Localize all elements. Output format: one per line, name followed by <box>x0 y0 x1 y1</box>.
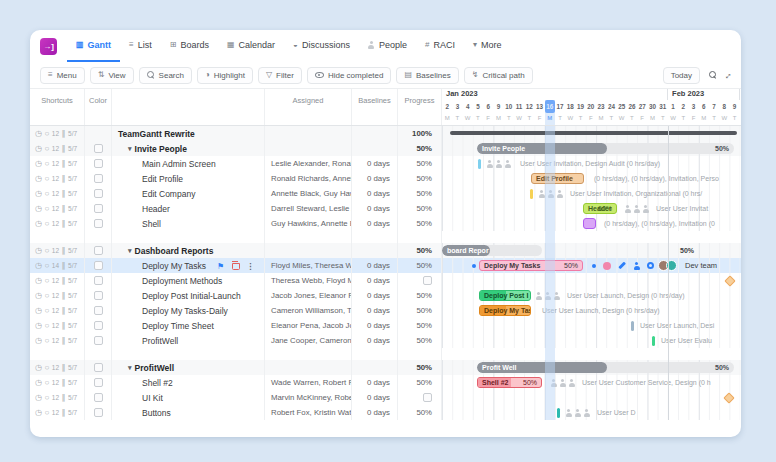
row-name[interactable]: Shell #2 <box>112 375 265 390</box>
progress-checkbox[interactable] <box>423 276 432 285</box>
gantt-group-bar[interactable]: board Repor <box>442 245 542 256</box>
today-button[interactable]: Today <box>663 67 700 84</box>
collapse-caret-icon[interactable]: ▾ <box>128 247 132 255</box>
row-name[interactable]: ▾Dashboard Reports <box>112 243 265 258</box>
milestone-diamond-icon[interactable] <box>724 275 735 286</box>
color-checkbox[interactable] <box>94 159 103 168</box>
color-checkbox[interactable] <box>94 363 103 372</box>
toolbar-hide-completed[interactable]: Hide completed <box>307 67 392 84</box>
toolbar-critical-path[interactable]: ↯Critical path <box>464 67 533 84</box>
gantt-group-bar[interactable]: Invite People50% <box>477 143 734 154</box>
row-name[interactable]: Deploy My Tasks⚑⋮ <box>112 258 265 273</box>
gantt-tick[interactable] <box>557 408 560 418</box>
gantt-bar[interactable]: Deploy My Task <box>479 305 531 316</box>
table-row[interactable]: ◷○14∥5/7Deploy My Tasks⚑⋮Floyd Miles, Th… <box>30 258 741 273</box>
nav-tab-list[interactable]: ≡List <box>120 30 161 62</box>
gantt-tick[interactable] <box>631 321 634 331</box>
row-name[interactable]: Edit Profile <box>112 171 265 186</box>
table-row[interactable]: ◷○12∥5/7▾Invite People50%Invite People50… <box>30 141 741 156</box>
color-checkbox[interactable] <box>94 189 103 198</box>
nav-tab-people[interactable]: People <box>359 30 416 62</box>
table-row[interactable]: ◷○12∥5/7▾ProfitWell50%Profit Well50% <box>30 360 741 375</box>
row-name[interactable]: Shell <box>112 216 265 231</box>
row-name[interactable]: Deploy My Tasks-Daily <box>112 303 265 318</box>
gantt-tick[interactable] <box>478 159 481 169</box>
collapse-caret-icon[interactable]: ▾ <box>128 364 132 372</box>
row-name[interactable]: ProfitWell <box>112 333 265 348</box>
table-row[interactable]: ◷○12∥5/7Edit CompanyAnnette Black, Guy H… <box>30 186 741 201</box>
gantt-group-bar[interactable]: Profit Well50% <box>477 362 734 373</box>
trash-icon[interactable] <box>231 260 239 271</box>
milestone-diamond-icon[interactable] <box>723 392 734 403</box>
color-checkbox[interactable] <box>94 144 103 153</box>
gantt-tick[interactable] <box>530 189 533 199</box>
row-name[interactable]: UI Kit <box>112 390 265 405</box>
table-row[interactable]: ◷○12∥5/7Deploy My Tasks-DailyCameron Wil… <box>30 303 741 318</box>
kebab-icon[interactable]: ⋮ <box>246 261 254 271</box>
row-name[interactable]: Deploy Time Sheet <box>112 318 265 333</box>
table-row[interactable]: ◷○12∥5/7Main Admin ScreenLeslie Alexande… <box>30 156 741 171</box>
gantt-tick[interactable] <box>652 336 655 346</box>
avatar-stack[interactable] <box>658 260 677 271</box>
color-checkbox[interactable] <box>94 261 103 270</box>
table-row[interactable]: ◷○12∥5/7ShellGuy Hawkins, Annette Bl...0… <box>30 216 741 231</box>
toolbar-view[interactable]: ⇅View <box>90 67 134 84</box>
row-name[interactable]: TeamGantt Rewrite <box>112 126 265 141</box>
table-row[interactable]: ◷○12∥5/7▾Dashboard Reports50%board Repor… <box>30 243 741 258</box>
row-name[interactable]: ▾Invite People <box>112 141 265 156</box>
nav-tab-discussions[interactable]: ◒Discussions <box>284 30 359 62</box>
row-name[interactable]: Deploy Post Initial-Launch <box>112 288 265 303</box>
toolbar-search[interactable]: Search <box>139 67 192 84</box>
toolbar-baselines[interactable]: ▤Baselines <box>396 67 458 84</box>
color-checkbox[interactable] <box>94 378 103 387</box>
toolbar-menu[interactable]: ≡Menu <box>40 67 85 84</box>
color-checkbox[interactable] <box>94 276 103 285</box>
color-checkbox[interactable] <box>94 204 103 213</box>
table-row[interactable]: ◷○12∥5/7Edit ProfileRonald Richards, Ann… <box>30 171 741 186</box>
progress-checkbox[interactable] <box>423 393 432 402</box>
color-checkbox[interactable] <box>94 306 103 315</box>
color-checkbox[interactable] <box>94 174 103 183</box>
collapse-caret-icon[interactable]: ▾ <box>128 145 132 153</box>
gantt-bar[interactable]: Edit Profile <box>531 173 584 184</box>
color-checkbox[interactable] <box>94 393 103 402</box>
nav-tab-boards[interactable]: ⊞Boards <box>161 30 218 62</box>
row-name[interactable]: Main Admin Screen <box>112 156 265 171</box>
nav-tab-calendar[interactable]: ▦Calendar <box>218 30 284 62</box>
app-logo[interactable]: →] <box>40 38 57 55</box>
gantt-summary-bar[interactable] <box>450 131 737 135</box>
expand-icon[interactable]: ↕ <box>726 70 731 81</box>
gantt-bar[interactable]: Deploy Post I <box>479 290 531 301</box>
table-row[interactable]: ◷○12∥5/7Deployment MethodsTheresa Webb, … <box>30 273 741 288</box>
color-checkbox[interactable] <box>94 246 103 255</box>
gantt-bar[interactable]: Deploy My Tasks50% <box>479 260 583 271</box>
row-name[interactable]: Deployment Methods <box>112 273 265 288</box>
table-row[interactable]: ◷○12∥5/7HeaderDarrell Steward, Leslie A.… <box>30 201 741 216</box>
toolbar-highlight[interactable]: ◑Highlight <box>197 67 253 84</box>
toolbar-filter[interactable]: ▽Filter <box>258 67 302 84</box>
nav-tab-more[interactable]: ▾More <box>464 30 511 62</box>
nav-tab-raci[interactable]: #RACI <box>416 30 464 62</box>
table-row[interactable]: ◷○12∥5/7TeamGantt Rewrite100% <box>30 126 741 141</box>
color-checkbox[interactable] <box>94 321 103 330</box>
dot-icon[interactable] <box>592 264 596 268</box>
gantt-bar[interactable]: Header60% <box>583 203 617 214</box>
row-name[interactable]: ▾ProfitWell <box>112 360 265 375</box>
gantt-bar[interactable] <box>583 218 596 229</box>
table-row[interactable]: ◷○12∥5/7Deploy Time SheetEleanor Pena, J… <box>30 318 741 333</box>
table-row[interactable]: ◷○12∥5/7ProfitWellJane Cooper, Cameron..… <box>30 333 741 348</box>
row-name[interactable]: Buttons <box>112 405 265 420</box>
row-name[interactable]: Edit Company <box>112 186 265 201</box>
zoom-icon[interactable] <box>709 70 717 81</box>
color-checkbox[interactable] <box>94 291 103 300</box>
ring-icon[interactable] <box>647 262 654 269</box>
color-checkbox[interactable] <box>94 219 103 228</box>
table-row[interactable]: ◷○12∥5/7ButtonsRobert Fox, Kristin Watso… <box>30 405 741 420</box>
person-icon[interactable] <box>633 262 640 270</box>
gantt-bar[interactable]: Shell #250% <box>477 377 542 388</box>
table-row[interactable]: ◷○12∥5/7UI KitMarvin McKinney, Robert...… <box>30 390 741 405</box>
row-name[interactable]: Header <box>112 201 265 216</box>
pencil-icon[interactable] <box>618 264 626 267</box>
color-checkbox[interactable] <box>94 336 103 345</box>
nav-tab-gantt[interactable]: ▥Gantt <box>67 30 120 62</box>
